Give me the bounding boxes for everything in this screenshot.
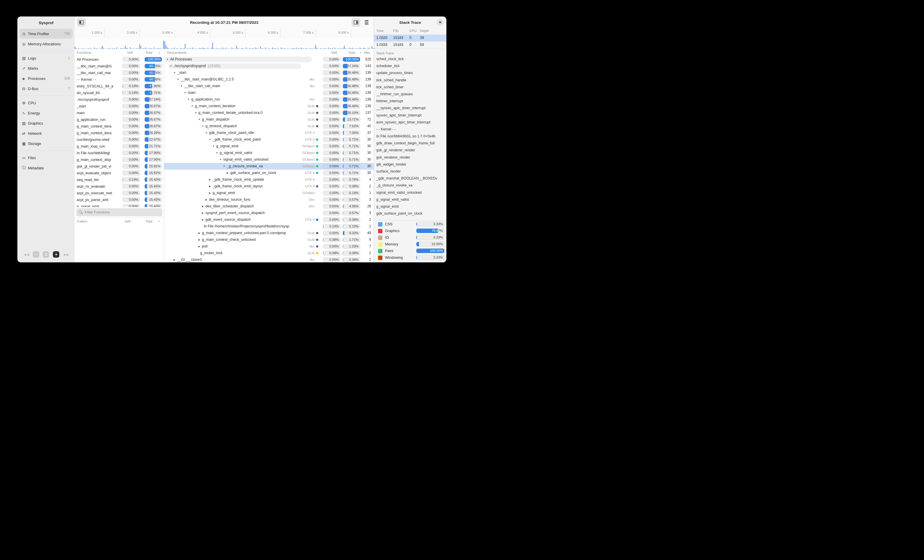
expand-icon[interactable]: ▶ — [205, 196, 208, 203]
stack-frame[interactable]: scheduler_tick — [374, 63, 446, 69]
sidebar-item-network[interactable]: ⇄Network — [20, 129, 73, 138]
function-row[interactable]: seq_read_iter0.19%0.19%15.43%15.43% — [75, 176, 164, 183]
stack-frame[interactable]: sysvec_apic_timer_interrupt — [374, 112, 446, 119]
stack-frame[interactable]: asm_sysvec_apic_timer_interrupt — [374, 119, 446, 126]
descendant-row[interactable]: ▼__libc_start_call_mainlibc0.00%26.48%26… — [164, 83, 374, 90]
function-row[interactable]: do_syscall_640.19%0.19%41.71%41.71% — [75, 90, 164, 96]
collapse-icon[interactable]: ▼ — [216, 150, 219, 156]
filter-functions-input[interactable]: Filter Functions — [76, 208, 162, 216]
expand-icon[interactable]: ▶ — [208, 183, 211, 190]
function-row[interactable]: acpi_ps_parse_aml0.00%15.43%15.43% — [75, 196, 164, 203]
collapse-icon[interactable]: ▼ — [177, 76, 180, 83]
samples-col-pid[interactable]: PID — [393, 29, 399, 33]
sidebar-toggle-button[interactable] — [77, 18, 86, 27]
stack-frame[interactable]: _gdk_marshal_BOOLEAN__BOXEDv — [374, 175, 446, 182]
descendant-row[interactable]: In File /home/christian/Projects/sysprof… — [164, 223, 374, 230]
descendant-row[interactable]: ▼_start0.00%26.48%26.48%139 — [164, 69, 374, 76]
sidebar-item-graphics[interactable]: ▧Graphics — [20, 118, 73, 128]
collapse-icon[interactable]: ▼ — [223, 163, 225, 170]
sidebar-item-memory-allocations[interactable]: ◎Memory Allocations — [20, 39, 73, 49]
callers-col-label[interactable]: Callers — [77, 220, 87, 223]
function-row[interactable]: acpi_evaluate_object0.00%15.62%15.62% — [75, 170, 164, 176]
stack-frame[interactable]: sched_clock_tick — [374, 55, 446, 63]
function-row[interactable]: g_main_context_itera0.00%26.29%26.29% — [75, 130, 164, 136]
function-row[interactable]: g_application_run0.00%26.67%26.67% — [75, 116, 164, 123]
function-row[interactable]: /usr/bin/gnome-shell0.00%22.67%22.67% — [75, 136, 164, 143]
descendant-row[interactable]: ▶dex_fiber_scheduler_dispatchDex0.00%4.9… — [164, 203, 374, 210]
sidebar-item-energy[interactable]: ∿Energy — [20, 108, 73, 118]
function-row[interactable]: __libc_start_main@G0.00%60.76%60.76% — [75, 63, 164, 69]
forward-icon[interactable]: ►► — [63, 252, 69, 257]
function-row[interactable]: g_main_context_itera0.00%26.67%26.67% — [75, 123, 164, 130]
samples-col-cpu[interactable]: CPU — [410, 29, 416, 33]
function-row[interactable]: g_main_loop_run0.00%21.71%21.71% — [75, 143, 164, 150]
desc-self-col-label[interactable]: Self — [331, 51, 337, 54]
function-row[interactable]: __libc_start_call_mai0.00%60.76%60.76% — [75, 69, 164, 76]
expand-icon[interactable]: ▶ — [198, 237, 201, 243]
descendant-row[interactable]: ▼g_application_runGio0.00%26.48%26.48%13… — [164, 96, 374, 103]
desc-total-col-label[interactable]: Total — [348, 51, 355, 54]
descendant-row[interactable]: ▼g_main_context_iterate_unlocked.isra.0G… — [164, 109, 374, 116]
function-row[interactable]: g_signal_emit0.00%15.43%15.43% — [75, 203, 164, 207]
function-row[interactable]: entry_SYSCALL_64_a0.19%0.19%41.90%41.90% — [75, 83, 164, 90]
zoom-level-button[interactable]: 1 — [43, 251, 49, 258]
collapse-icon[interactable]: ▼ — [205, 130, 208, 136]
stack-frame[interactable]: __sysvec_apic_timer_interrupt — [374, 105, 446, 112]
samples-col-depth[interactable]: Depth — [420, 29, 429, 33]
descendant-row[interactable]: ▶gdk_surface_paint_on_clockGTK 40.00%5.7… — [164, 170, 374, 176]
stack-frame[interactable]: _g_closure_invoke_va — [374, 182, 446, 189]
functions-col-label[interactable]: Functions — [77, 51, 92, 54]
function-row[interactable]: - - Kernel - -0.00%60.38%60.38% — [75, 76, 164, 83]
stack-frame[interactable]: surface_render — [374, 168, 446, 175]
descendant-row[interactable]: ▼g_signal_emit_valistGObject0.00%5.71%5.… — [164, 150, 374, 156]
descendant-row[interactable]: ▼_gdk_frame_clock_emit_paintGTK 40.00%5.… — [164, 136, 374, 143]
sidebar-item-storage[interactable]: ▦Storage — [20, 139, 73, 148]
descendant-row[interactable]: ▼g_main_context_iterationGLib0.00%26.48%… — [164, 103, 374, 109]
function-row[interactable]: main0.00%26.67%26.67% — [75, 109, 164, 116]
timeline-ruler[interactable]: 1.000 s2.000 s3.000 s4.000 s5.000 s6.000… — [75, 28, 374, 38]
stack-frame[interactable]: tick_sched_timer — [374, 84, 446, 91]
expand-icon[interactable]: ▶ — [208, 176, 211, 183]
sidebar-item-marks[interactable]: ↗Marks — [20, 63, 73, 73]
stack-frame[interactable]: signal_emit_valist_unlocked — [374, 189, 446, 196]
hits-col-label[interactable]: Hits — [364, 51, 370, 54]
self-col-label[interactable]: Self — [127, 51, 133, 54]
function-row[interactable]: acpi_ps_execute_met0.00%15.43%15.43% — [75, 190, 164, 196]
descendant-row[interactable]: ▶g_main_context_prepare_unlocked.part.0.… — [164, 230, 374, 237]
descendant-row[interactable]: ▶g_main_context_check_unlockedGLib0.38%0… — [164, 237, 374, 243]
expand-icon[interactable]: ▶ — [226, 170, 229, 176]
sidebar-item-logs[interactable]: ▤Logs1 — [20, 53, 73, 63]
collapse-icon[interactable]: ▼ — [187, 96, 190, 103]
collapse-icon[interactable]: ▼ — [170, 63, 172, 69]
stack-frame[interactable]: - - Kernel - - — [374, 126, 446, 133]
sample-row[interactable]: 1.032015183039 — [374, 34, 446, 42]
collapse-icon[interactable]: ▼ — [184, 90, 186, 96]
expand-icon[interactable]: ▶ — [198, 230, 201, 237]
descendant-row[interactable]: g_mutex_lockGLib0.38%0.38%0.38%0.38%2 — [164, 250, 374, 256]
zoom-in-button[interactable]: + — [53, 251, 59, 258]
sidebar-item-processes[interactable]: ◈Processes326 — [20, 73, 73, 83]
callers-total-col-label[interactable]: Total — [145, 220, 152, 223]
rewind-icon[interactable]: ◄◄ — [23, 252, 29, 257]
descendants-col-label[interactable]: Descendants — [167, 51, 186, 54]
expand-icon[interactable]: ▶ — [201, 210, 204, 216]
sidebar-item-d-bus[interactable]: ⊟D-Bus7 — [20, 84, 73, 94]
stack-frame[interactable]: gtk_widget_render — [374, 161, 446, 168]
function-row[interactable]: ./src/sysprof/sysprof0.00%27.24%27.24% — [75, 96, 164, 103]
sidebar-item-time-profiler[interactable]: ◷Time Profiler798 — [20, 29, 73, 39]
collapse-icon[interactable]: ▼ — [208, 136, 211, 143]
function-row[interactable]: gsk_gl_render_job_vi0.00%15.81%15.81% — [75, 163, 164, 170]
panel-toggle-button[interactable] — [352, 18, 360, 27]
descendant-row[interactable]: ▼All Processes0.00%100.00%100.00%525 — [164, 56, 374, 63]
descendant-row[interactable]: ▼_g_closure_invoke_vaGObject0.00%5.71%5.… — [164, 163, 374, 170]
descendant-row[interactable]: ▼gdk_frame_clock_paint_idleGTK 40.00%7.0… — [164, 130, 374, 136]
collapse-icon[interactable]: ▼ — [180, 83, 183, 90]
function-row[interactable]: _start0.00%26.67%26.67% — [75, 103, 164, 109]
collapse-icon[interactable]: ▼ — [219, 156, 222, 163]
function-row[interactable]: acpi_ns_evaluate0.00%15.43%15.43% — [75, 183, 164, 190]
total-col-label[interactable]: Total — [145, 51, 152, 54]
cpu-histogram[interactable] — [75, 38, 374, 49]
collapse-icon[interactable]: ▼ — [201, 123, 204, 130]
collapse-icon[interactable]: ▼ — [212, 143, 215, 150]
stack-frame[interactable]: __hrtimer_run_queues — [374, 91, 446, 97]
